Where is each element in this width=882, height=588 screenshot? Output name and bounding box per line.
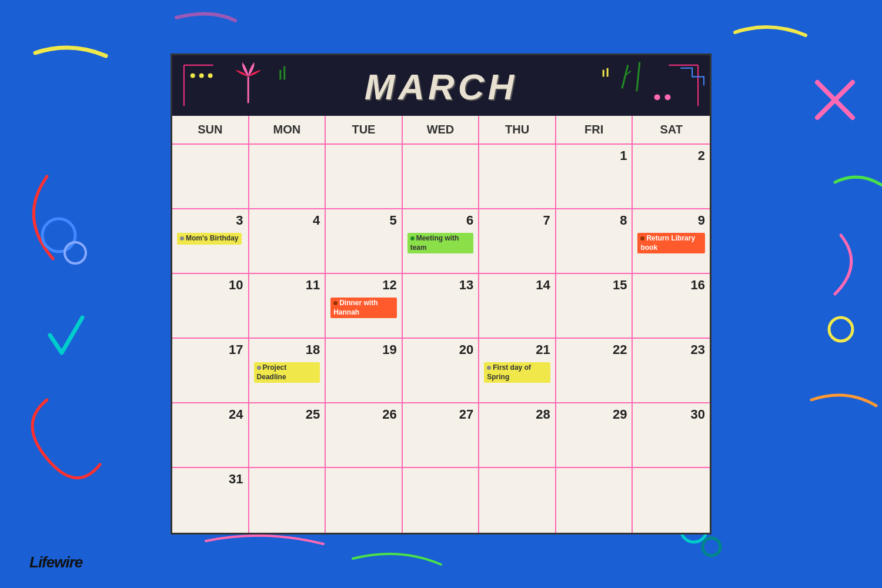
cell-date-20: 20 [407,342,474,358]
event-return-library-book[interactable]: Return Library book [637,233,705,253]
calendar-cell-21[interactable]: 21First day of Spring [479,339,556,403]
cell-date-5: 5 [330,213,397,228]
brand-logo: Lifewire [29,553,82,572]
day-name-tue: TUE [326,116,403,143]
calendar-cell-9[interactable]: 9Return Library book [633,209,710,274]
day-name-mon: MON [249,116,326,143]
calendar-cell-3[interactable]: 3Mom's Birthday [172,209,249,274]
svg-point-0 [42,219,75,252]
svg-point-1 [65,242,86,263]
cell-date-12: 12 [330,278,397,293]
cell-date-13: 13 [407,278,474,293]
calendar-cell-18[interactable]: 18Project Deadline [249,339,326,403]
event-dot [640,236,644,240]
calendar-cell-22[interactable]: 22 [556,339,633,403]
event-label: Project Deadline [257,363,287,381]
day-name-fri: FRI [556,116,633,143]
calendar-cell-16[interactable]: 16 [633,274,710,339]
svg-point-9 [665,94,671,100]
calendar-cell-empty[interactable] [249,145,326,209]
cell-date-2: 2 [637,148,705,163]
cell-date-9: 9 [637,213,705,228]
calendar-cell-19[interactable]: 19 [326,339,403,403]
event-project-deadline[interactable]: Project Deadline [254,362,320,383]
event-label: Mom's Birthday [186,234,239,242]
calendar-cell-empty[interactable] [326,145,403,209]
calendar-cell-empty[interactable] [326,468,403,533]
calendar-cell-7[interactable]: 7 [479,209,556,274]
calendar-cell-26[interactable]: 26 [326,403,403,468]
event-label: First day of Spring [487,363,531,381]
day-name-sat: SAT [633,116,710,143]
cell-date-4: 4 [254,213,320,228]
event-dinner-with-hannah[interactable]: Dinner with Hannah [330,298,397,318]
calendar-cell-28[interactable]: 28 [479,403,556,468]
svg-point-5 [191,74,195,78]
calendar-cell-empty[interactable] [633,468,710,533]
cell-date-7: 7 [484,213,550,228]
event-label: Meeting with team [410,234,459,252]
event-label: Dinner with Hannah [333,299,377,316]
day-name-thu: THU [479,116,556,143]
calendar-cell-empty[interactable] [403,468,480,533]
svg-point-4 [703,538,720,556]
cell-date-18: 18 [254,342,320,358]
cell-date-27: 27 [407,407,474,422]
event-label: Return Library book [640,234,695,252]
calendar-cell-empty[interactable] [403,145,480,209]
event-dot [257,366,261,370]
cell-date-6: 6 [407,213,474,228]
cell-date-15: 15 [561,278,627,293]
calendar: MARCH SUNMONTUEWEDTHUFRISAT 123Mom's Bir… [171,54,711,534]
svg-point-6 [199,74,204,78]
calendar-cell-11[interactable]: 11 [249,274,326,339]
event-dot [410,236,415,240]
calendar-cell-10[interactable]: 10 [172,274,249,339]
cell-date-24: 24 [177,407,243,422]
cell-date-25: 25 [254,407,320,422]
day-name-sun: SUN [172,116,249,143]
calendar-cell-15[interactable]: 15 [556,274,633,339]
calendar-cell-empty[interactable] [479,468,556,533]
calendar-cell-empty[interactable] [556,468,633,533]
cell-date-23: 23 [637,342,705,358]
calendar-header: MARCH [172,55,710,116]
calendar-cell-12[interactable]: 12Dinner with Hannah [326,274,403,339]
calendar-cell-1[interactable]: 1 [556,145,633,209]
calendar-cell-30[interactable]: 30 [633,403,710,468]
calendar-cell-20[interactable]: 20 [403,339,480,403]
cell-date-29: 29 [561,407,627,422]
event-dot [487,366,491,370]
event-meeting-with-team[interactable]: Meeting with team [407,233,474,253]
calendar-cell-6[interactable]: 6Meeting with team [403,209,480,274]
event-first-day-of-spring[interactable]: First day of Spring [484,362,550,383]
calendar-cell-2[interactable]: 2 [633,145,710,209]
calendar-grid: 123Mom's Birthday456Meeting with team789… [172,145,710,533]
cell-date-17: 17 [177,342,243,358]
calendar-cell-29[interactable]: 29 [556,403,633,468]
calendar-cell-25[interactable]: 25 [249,403,326,468]
calendar-cell-17[interactable]: 17 [172,339,249,403]
calendar-cell-14[interactable]: 14 [479,274,556,339]
calendar-cell-23[interactable]: 23 [633,339,710,403]
event-mom's-birthday[interactable]: Mom's Birthday [177,233,242,245]
cell-date-31: 31 [177,472,243,487]
cell-date-10: 10 [177,278,243,293]
calendar-cell-27[interactable]: 27 [403,403,480,468]
cell-date-14: 14 [484,278,550,293]
cell-date-21: 21 [484,342,550,358]
calendar-cell-5[interactable]: 5 [326,209,403,274]
cell-date-1: 1 [561,148,627,163]
calendar-cell-empty[interactable] [479,145,556,209]
calendar-cell-24[interactable]: 24 [172,403,249,468]
event-dot [180,236,184,240]
calendar-cell-empty[interactable] [249,468,326,533]
cell-date-26: 26 [330,407,397,422]
calendar-cell-empty[interactable] [172,145,249,209]
svg-point-2 [829,318,853,341]
calendar-cell-8[interactable]: 8 [556,209,633,274]
calendar-cell-4[interactable]: 4 [249,209,326,274]
cell-date-30: 30 [637,407,705,422]
calendar-cell-31[interactable]: 31 [172,468,249,533]
calendar-cell-13[interactable]: 13 [403,274,480,339]
